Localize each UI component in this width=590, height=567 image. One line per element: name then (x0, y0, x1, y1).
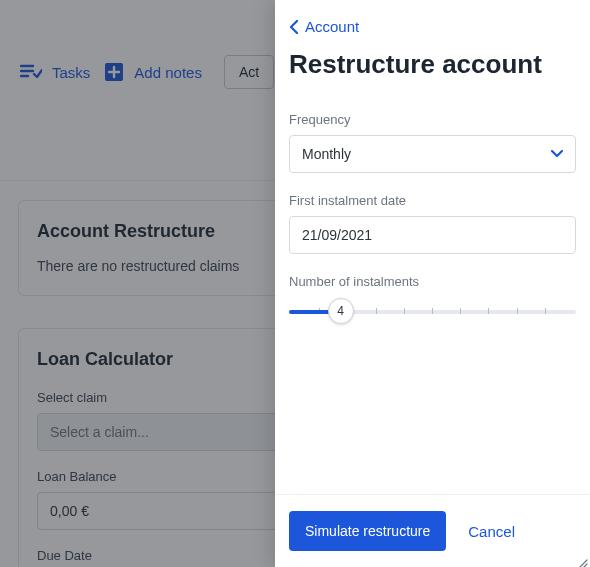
instalments-slider[interactable]: 4 (289, 297, 576, 325)
panel-body: Account Restructure account Frequency Fi… (275, 0, 590, 494)
chevron-left-icon (289, 20, 299, 34)
back-label: Account (305, 18, 359, 35)
slider-thumb[interactable]: 4 (328, 298, 354, 324)
first-date-input[interactable] (289, 216, 576, 254)
restructure-panel: Account Restructure account Frequency Fi… (275, 0, 590, 567)
frequency-label: Frequency (289, 112, 576, 127)
frequency-value (289, 135, 576, 173)
panel-footer: Simulate restructure Cancel (275, 494, 590, 567)
num-instalments-label: Number of instalments (289, 274, 576, 289)
cancel-button[interactable]: Cancel (468, 523, 515, 540)
back-link[interactable]: Account (289, 18, 359, 35)
resize-handle-icon (578, 555, 588, 565)
first-date-label: First instalment date (289, 193, 576, 208)
frequency-select[interactable] (289, 135, 576, 173)
panel-title: Restructure account (289, 49, 576, 80)
simulate-button[interactable]: Simulate restructure (289, 511, 446, 551)
slider-value: 4 (337, 304, 344, 318)
